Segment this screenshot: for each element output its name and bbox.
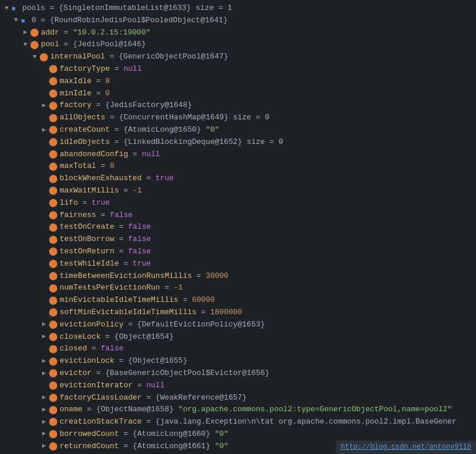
content-testOnCreate: testOnCreate = false <box>60 221 151 233</box>
icon-maxTotal <box>49 163 57 171</box>
icon-maxWaitMillis <box>49 187 57 195</box>
line-addr: addr = "10.0.2.15:19000" <box>5 27 471 39</box>
arrow-createCount[interactable] <box>42 125 49 136</box>
arrow-creationStackTrace[interactable] <box>42 417 49 428</box>
line-borrowedCount: borrowedCount = {AtomicLong@1660} "0" <box>5 428 471 441</box>
line-closed: closed = false <box>5 343 471 355</box>
icon-lifo <box>49 199 57 207</box>
content-timeBetweenEvictionRunsMillis: timeBetweenEvictionRunsMillis = 30000 <box>60 270 229 283</box>
line-closeLock: closeLock = {Object@1654} <box>5 331 471 343</box>
content-borrowedCount: borrowedCount = {AtomicLong@1660} "0" <box>60 428 229 441</box>
content-blockWhenExhausted: blockWhenExhausted = true <box>60 173 174 185</box>
line-idleObjects: idleObjects = {LinkedBlockingDeque@1652}… <box>5 136 471 149</box>
content-idleObjects: idleObjects = {LinkedBlockingDeque@1652}… <box>60 136 283 149</box>
arrow-borrowedCount[interactable] <box>42 429 49 439</box>
line-creationStackTrace: creationStackTrace = {java.lang.Exceptio… <box>5 416 471 428</box>
arrow-pool[interactable] <box>23 40 30 50</box>
icon-borrowedCount <box>49 430 57 438</box>
content-maxWaitMillis: maxWaitMillis = -1 <box>60 185 142 197</box>
icon-abandonedConfig <box>49 150 57 159</box>
icon-pools-root: ■ <box>12 4 20 12</box>
arrow-addr[interactable] <box>23 27 30 38</box>
content-minIdle: minIdle = 0 <box>60 88 110 100</box>
line-factory: factory = {JedisFactory@1648} <box>5 99 471 112</box>
line-numTestsPerEvictionRun: numTestsPerEvictionRun = -1 <box>5 282 471 294</box>
content-maxIdle: maxIdle = 8 <box>60 75 110 88</box>
line-oname: oname = {ObjectName@1658} "org.apache.co… <box>5 404 471 416</box>
line-maxWaitMillis: maxWaitMillis = -1 <box>5 185 471 197</box>
arrow-oname[interactable] <box>42 405 49 415</box>
icon-evictor <box>49 369 57 377</box>
line-softMinEvictableIdleTimeMillis: softMinEvictableIdleTimeMillis = 1800000 <box>5 307 471 319</box>
icon-allObjects <box>49 114 57 122</box>
icon-oname <box>49 406 57 414</box>
icon-testOnBorrow <box>49 236 57 244</box>
icon-closeLock <box>49 333 57 341</box>
arrow-evictionLock[interactable] <box>42 356 49 367</box>
arrow-pools-root[interactable] <box>5 4 12 14</box>
content-abandonedConfig: abandonedConfig = null <box>60 149 160 161</box>
arrow-evictor[interactable] <box>42 369 49 379</box>
content-maxTotal: maxTotal = 8 <box>60 160 115 173</box>
line-lifo: lifo = true <box>5 197 471 209</box>
arrow-internalPool[interactable] <box>33 52 40 63</box>
content-testOnBorrow: testOnBorrow = false <box>60 233 151 246</box>
content-evictionPolicy: evictionPolicy = {DefaultEvictionPolicy@… <box>60 319 265 331</box>
line-testWhileIdle: testWhileIdle = true <box>5 258 471 270</box>
icon-pools-0: ■ <box>21 16 29 25</box>
content-internalPool: internalPool = {GenericObjectPool@1647} <box>50 51 228 63</box>
line-fairness: fairness = false <box>5 209 471 222</box>
icon-maxIdle <box>49 77 57 85</box>
arrow-factoryClassLoader[interactable] <box>42 393 49 403</box>
icon-timeBetweenEvictionRunsMillis <box>49 272 57 280</box>
icon-minIdle <box>49 90 57 98</box>
icon-evictionIterator <box>49 381 57 390</box>
content-testWhileIdle: testWhileIdle = true <box>60 258 151 270</box>
icon-testWhileIdle <box>49 260 57 268</box>
content-closeLock: closeLock = {Object@1654} <box>60 331 174 343</box>
line-maxTotal: maxTotal = 8 <box>5 160 471 173</box>
line-evictionIterator: evictionIterator = null <box>5 380 471 392</box>
line-testOnReturn: testOnReturn = false <box>5 246 471 258</box>
line-internalPool: internalPool = {GenericObjectPool@1647} <box>5 51 471 63</box>
content-evictor: evictor = {BaseGenericObjectPool$Evictor… <box>60 367 270 380</box>
content-createCount: createCount = {AtomicLong@1650} "0" <box>60 124 219 136</box>
icon-idleObjects <box>49 138 57 146</box>
content-numTestsPerEvictionRun: numTestsPerEvictionRun = -1 <box>60 282 183 294</box>
arrow-returnedCount[interactable] <box>42 441 49 452</box>
icon-returnedCount <box>49 442 57 450</box>
line-testOnBorrow: testOnBorrow = false <box>5 233 471 246</box>
content-allObjects: allObjects = {ConcurrentHashMap@1649} si… <box>60 112 270 124</box>
content-factoryType: factoryType = null <box>60 63 142 75</box>
footer-bar[interactable]: http://blog.csdn.net/antony9118 <box>336 441 476 454</box>
content-pools-root: pools = {SingletonImmutableList@1633} si… <box>22 2 232 15</box>
line-pools-root: ■pools = {SingletonImmutableList@1633} s… <box>5 2 471 15</box>
arrow-factory[interactable] <box>42 101 49 111</box>
content-testOnReturn: testOnReturn = false <box>60 246 151 258</box>
debug-container: ■pools = {SingletonImmutableList@1633} s… <box>0 0 476 454</box>
arrow-evictionPolicy[interactable] <box>42 319 49 330</box>
line-testOnCreate: testOnCreate = false <box>5 221 471 233</box>
line-minIdle: minIdle = 0 <box>5 88 471 100</box>
icon-addr <box>30 29 39 37</box>
content-lifo: lifo = true <box>60 197 110 209</box>
content-minEvictableIdleTimeMillis: minEvictableIdleTimeMillis = 60000 <box>60 294 215 307</box>
icon-factoryClassLoader <box>49 394 57 402</box>
content-pool: pool = {JedisPool@1646} <box>41 39 146 51</box>
line-factoryClassLoader: factoryClassLoader = {WeakReference@1657… <box>5 392 471 404</box>
icon-softMinEvictableIdleTimeMillis <box>49 308 57 317</box>
icon-closed <box>49 345 57 353</box>
arrow-pools-0[interactable] <box>14 15 21 26</box>
content-oname: oname = {ObjectName@1658} "org.apache.co… <box>60 404 452 416</box>
icon-pool <box>30 41 39 49</box>
footer-url[interactable]: http://blog.csdn.net/antony9118 <box>341 443 471 451</box>
icon-evictionLock <box>49 357 57 366</box>
icon-blockWhenExhausted <box>49 175 57 183</box>
content-creationStackTrace: creationStackTrace = {java.lang.Exceptio… <box>60 416 457 428</box>
content-addr: addr = "10.0.2.15:19000" <box>41 27 150 39</box>
line-evictionLock: evictionLock = {Object@1655} <box>5 355 471 367</box>
line-pool: pool = {JedisPool@1646} <box>5 39 471 51</box>
content-factoryClassLoader: factoryClassLoader = {WeakReference@1657… <box>60 392 247 404</box>
line-createCount: createCount = {AtomicLong@1650} "0" <box>5 124 471 136</box>
arrow-closeLock[interactable] <box>42 332 49 342</box>
